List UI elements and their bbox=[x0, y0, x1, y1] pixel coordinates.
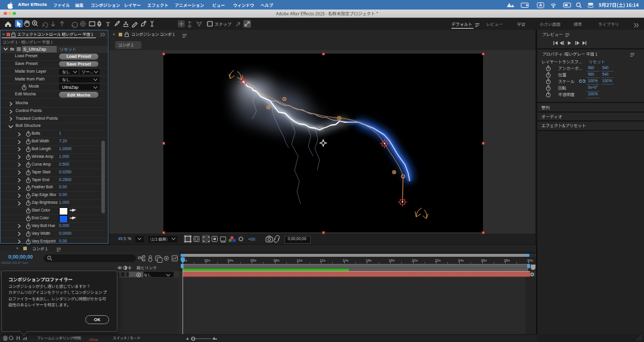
svg-text:+00: +00 bbox=[248, 237, 255, 241]
svg-text:A: A bbox=[539, 3, 542, 7]
svg-text:T: T bbox=[106, 21, 110, 27]
